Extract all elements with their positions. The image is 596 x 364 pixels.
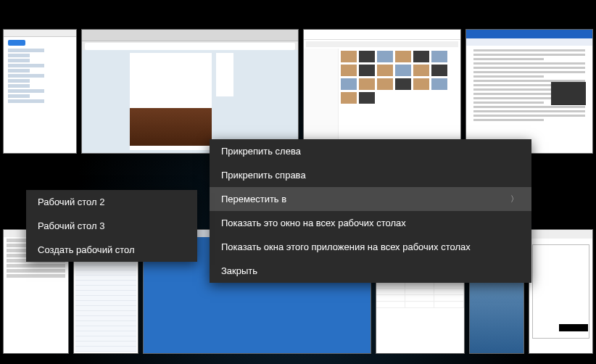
chevron-right-icon: 〉 [510, 194, 518, 204]
window-thumbnail[interactable] [529, 229, 593, 354]
menu-item-move-to[interactable]: Переместить в 〉 [210, 187, 531, 211]
menu-item-label: Создать рабочий стол [38, 244, 135, 255]
submenu-item-new-desktop[interactable]: Создать рабочий стол [26, 238, 197, 262]
menu-item-snap-left[interactable]: Прикрепить слева [210, 139, 531, 163]
menu-item-label: Прикрепить слева [221, 146, 301, 157]
menu-item-label: Переместить в [221, 194, 286, 204]
task-view: Новости - Google Chrome Новая папка [0, 0, 596, 364]
context-menu: Прикрепить слева Прикрепить справа Перем… [210, 139, 531, 283]
menu-item-label: Показать это окно на всех рабочих столах [221, 218, 406, 228]
menu-item-show-app-all-desktops[interactable]: Показать окна этого приложения на всех р… [210, 235, 531, 259]
menu-item-label: Прикрепить справа [221, 170, 306, 181]
window-thumbnail[interactable]: W В Windows 10 [465, 29, 593, 154]
menu-item-label: Показать окна этого приложения на всех р… [221, 241, 471, 252]
menu-item-label: Рабочий стол 3 [38, 220, 104, 231]
window-thumbnail[interactable]: Новая папка [303, 29, 461, 154]
window-thumbnail[interactable] [3, 29, 77, 154]
submenu-item-desktop-2[interactable]: Рабочий стол 2 [26, 190, 197, 214]
menu-item-close[interactable]: Закрыть [210, 259, 531, 283]
menu-item-snap-right[interactable]: Прикрепить справа [210, 163, 531, 187]
context-submenu-desktops: Рабочий стол 2 Рабочий стол 3 Создать ра… [26, 190, 197, 262]
window-row-1: Новости - Google Chrome Новая папка [3, 29, 593, 154]
menu-item-label: Закрыть [221, 265, 257, 276]
menu-item-label: Рабочий стол 2 [38, 197, 104, 207]
menu-item-show-window-all-desktops[interactable]: Показать это окно на всех рабочих столах [210, 211, 531, 235]
window-thumbnail[interactable]: Новости - Google Chrome [81, 29, 299, 154]
submenu-item-desktop-3[interactable]: Рабочий стол 3 [26, 214, 197, 238]
